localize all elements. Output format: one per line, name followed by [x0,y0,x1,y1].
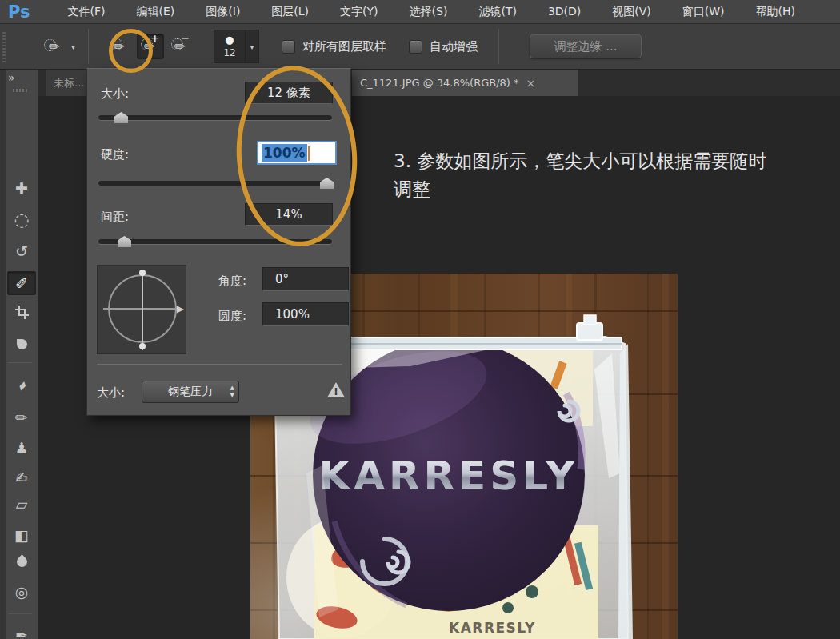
clone-stamp-tool[interactable]: ♟ [7,436,36,460]
sample-all-layers-group: 对所有图层取样 [282,39,386,54]
marquee-tool-icon: ◌ [14,211,29,229]
blur-tool[interactable] [7,549,36,573]
pen-tool-icon: ✒ [15,628,28,639]
dial-vertical-line [142,270,143,350]
menu-layer[interactable]: 图层(L) [271,5,309,19]
size-control-dropdown[interactable]: 钢笔压力 ▲ ▼ [142,381,239,403]
quick-selection-tool-icon: ✐ [15,276,28,291]
refine-edge-button[interactable]: 调整边缘 ... [530,34,642,58]
spot-healing-brush-tool[interactable]: ▰ [7,373,36,397]
photoshop-window: Ps 文件(F) 编辑(E) 图像(I) 图层(L) 文字(Y) 选择(S) 滤… [0,0,840,639]
brush-tool-icon: ✏ [15,410,28,425]
sample-all-layers-checkbox[interactable] [282,40,295,54]
separator [498,29,499,64]
menu-select[interactable]: 选择(S) [410,5,448,19]
brush-tool[interactable]: ✏ [7,405,36,429]
size-slider-thumb[interactable] [114,112,128,123]
dial-top-handle[interactable] [139,270,146,276]
menu-3d[interactable]: 3D(D) [548,5,581,19]
eyedropper-tool[interactable] [7,332,36,356]
paint-bucket-tool-icon: ◧ [14,528,29,543]
dial-bottom-handle[interactable] [139,343,146,349]
toolbar-divider [8,613,32,614]
eraser-tool-icon: ▱ [16,497,28,512]
brush-preset-preview[interactable]: ● 12 [214,30,246,63]
brush-preset-caret-button[interactable]: ▾ [246,30,259,63]
menu-type[interactable]: 文字(Y) [340,5,378,19]
tool-preset-caret-icon[interactable]: ▾ [71,42,75,51]
size-control-label: 大小: [97,385,125,401]
brush-tip-dot-icon: ● [225,35,234,45]
brush-size-value: 12 [223,47,235,58]
tool-preset-button[interactable]: ✏ [42,34,66,58]
menu-view[interactable]: 视图(V) [612,5,651,19]
size-control-value: 钢笔压力 [168,385,213,399]
plus-badge-icon: + [150,32,159,44]
elliptical-marquee-tool[interactable]: ◌ [7,208,36,232]
annotation-circle [109,29,153,73]
menu-file[interactable]: 文件(F) [68,5,106,19]
angle-label: 角度: [218,274,246,289]
brush-angle-dial[interactable]: ▶ [97,265,186,354]
tutorial-note-line2: 调整 [394,175,832,203]
blur-tool-icon [14,554,29,569]
panel-divider [97,364,342,365]
spinner-up-icon: ▲ [230,385,234,392]
hardness-label: 硬度: [101,147,129,162]
paint-bucket-tool[interactable]: ◧ [7,523,36,547]
crop-tool[interactable] [7,300,36,324]
menu-help[interactable]: 帮助(H) [756,5,795,19]
spacing-slider-thumb[interactable] [118,236,131,247]
menu-image[interactable]: 图像(I) [206,5,240,19]
toolbar-grip[interactable] [13,89,27,92]
auto-enhance-label: 自动增强 [430,39,478,54]
clone-stamp-tool-icon: ♟ [14,441,28,456]
chevron-down-icon: ▾ [250,42,254,51]
crop-tool-icon [15,306,29,319]
auto-enhance-checkbox[interactable] [409,40,422,54]
roundness-value-box[interactable]: 100% [262,302,349,326]
selection-mode-subtract-button[interactable]: ✏ − [167,34,194,59]
tab-untitled[interactable]: 未标... [46,70,87,96]
history-brush-tool[interactable]: ✍ [7,465,36,489]
menu-filter[interactable]: 滤镜(T) [478,5,516,19]
toolbar-divider [8,362,32,363]
quick-selection-tool[interactable]: ✐ [7,271,36,295]
history-brush-tool-icon: ✍ [15,470,28,485]
dial-arrow-icon: ▶ [177,303,184,314]
dodge-tool-icon: ◎ [15,585,29,600]
brush-preset-picker[interactable]: ● 12 ▾ [214,30,259,63]
menu-bar: Ps 文件(F) 编辑(E) 图像(I) 图层(L) 文字(Y) 选择(S) 滤… [0,0,840,24]
tutorial-note: 3. 参数如图所示，笔尖大小可以根据需要随时 调整 [394,147,832,203]
quick-selection-brush-icon: ✏ [49,38,60,54]
spacing-label: 间距: [101,210,129,225]
spinner-icon: ▲ ▼ [230,385,234,399]
dodge-tool[interactable]: ◎ [7,580,36,604]
tab-active-document[interactable]: C_1121.JPG @ 34.8%(RGB/8) * × [352,70,578,96]
auto-enhance-group: 自动增强 [409,39,478,54]
move-tool[interactable]: ✚ [7,176,36,200]
size-label: 大小: [101,86,129,102]
menu-edit[interactable]: 编辑(E) [137,5,175,19]
angle-value-box[interactable]: 0° [262,267,349,291]
sample-all-layers-label: 对所有图层取样 [302,39,386,54]
eyedropper-tool-icon [17,339,27,349]
menu-window[interactable]: 窗口(W) [682,5,725,19]
pen-tool[interactable]: ✒ [7,623,36,639]
healing-brush-tool-icon: ▰ [14,378,29,393]
separator [88,29,89,64]
roundness-label: 圆度: [218,309,246,324]
lasso-tool[interactable]: ↺ [7,239,36,263]
photoshop-logo: Ps [8,2,30,22]
menu-items: 文件(F) 编辑(E) 图像(I) 图层(L) 文字(Y) 选择(S) 滤镜(T… [68,5,796,19]
spinner-down-icon: ▼ [230,392,234,399]
close-tab-icon[interactable]: × [526,77,536,90]
tools-panel: » ✚ ◌ ↺ ✐ ▰ ✏ ♟ ✍ ▱ ◧ ◎ [0,70,38,639]
eraser-tool[interactable]: ▱ [7,492,36,516]
lasso-tool-icon: ↺ [15,244,28,259]
toolbar-edge-strip [0,70,6,639]
move-tool-icon: ✚ [15,181,28,196]
options-bar-grip[interactable] [2,30,6,62]
collapse-panel-icon[interactable]: » [8,71,14,84]
tab-title: C_1121.JPG @ 34.8%(RGB/8) * [360,77,519,89]
